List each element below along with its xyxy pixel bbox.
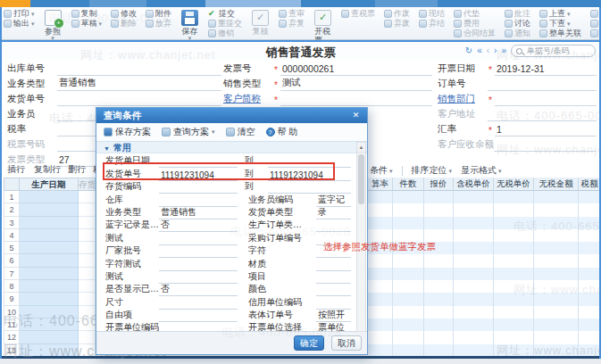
prev-record-icon[interactable]: ‹ bbox=[487, 46, 489, 56]
row-number[interactable]: 3 bbox=[4, 217, 20, 229]
test1-from-input[interactable] bbox=[159, 235, 238, 245]
tab-segment-active[interactable] bbox=[205, 0, 301, 7]
save-plan-button[interactable]: 保存方案 bbox=[104, 126, 151, 138]
customer-abbr-value[interactable] bbox=[280, 95, 432, 106]
grid-cell[interactable] bbox=[79, 331, 96, 343]
invoice-no-value[interactable]: 0000000261 bbox=[280, 63, 432, 76]
customer-address-value[interactable] bbox=[488, 110, 597, 121]
grid-cell[interactable] bbox=[79, 268, 96, 280]
first-record-icon[interactable]: « bbox=[477, 46, 482, 56]
advance-button[interactable]: 代垫 bbox=[452, 9, 497, 19]
customer-abbr-label[interactable]: 客户简称 bbox=[223, 93, 273, 106]
char-test-from-input[interactable] bbox=[159, 261, 238, 271]
business-type-right-input[interactable]: 蓝字记录 bbox=[316, 194, 351, 219]
review-button[interactable]: 复核 bbox=[249, 9, 271, 36]
business-type-from-input[interactable]: 普通销售 bbox=[159, 206, 238, 219]
production-date-cell[interactable] bbox=[20, 268, 79, 280]
test2-right-input[interactable] bbox=[316, 273, 351, 284]
cancel-button[interactable]: 取消 bbox=[331, 335, 362, 351]
delivery-date-from-input[interactable] bbox=[159, 157, 238, 168]
grid-cell[interactable] bbox=[79, 254, 96, 267]
cancel-settle-button[interactable]: 弃结 bbox=[417, 19, 447, 29]
production-date-cell[interactable] bbox=[20, 318, 79, 331]
delivery-no-value[interactable] bbox=[57, 95, 221, 106]
insert-row-button[interactable]: 插行 bbox=[7, 163, 25, 176]
scroll-up-icon[interactable]: ▲ bbox=[357, 143, 365, 153]
scroll-thumb[interactable] bbox=[358, 154, 364, 204]
dialog-scrollbar[interactable]: ▲ bbox=[356, 142, 366, 332]
cash-settle-button[interactable]: 现结 bbox=[417, 9, 447, 19]
column-header-6[interactable]: 税额 bbox=[579, 178, 601, 191]
dialog-titlebar[interactable]: 查询条件 ✕ bbox=[96, 108, 367, 123]
row-number[interactable]: 2 bbox=[4, 203, 20, 216]
production-date-cell[interactable] bbox=[20, 306, 79, 318]
grid-cell[interactable] bbox=[79, 191, 96, 203]
grid-cell[interactable] bbox=[79, 280, 96, 293]
production-date-cell[interactable] bbox=[20, 331, 79, 343]
print-button[interactable]: 打印▾ bbox=[2, 9, 37, 19]
display-format-menu[interactable]: 显示格式▾ bbox=[461, 164, 502, 177]
copy-row-button[interactable]: 复制行 bbox=[34, 163, 61, 176]
issue-tax-invoice-button[interactable]: 开税票 bbox=[312, 9, 334, 45]
notify-button[interactable]: 通知 bbox=[503, 29, 532, 38]
warehouse-from-input[interactable] bbox=[159, 196, 238, 207]
billing-unit-right-input[interactable]: 按照开票单位 bbox=[316, 309, 351, 332]
grid-cell[interactable] bbox=[79, 217, 96, 229]
order-no-value[interactable] bbox=[488, 79, 597, 91]
attachment-button[interactable]: 附件 bbox=[144, 9, 173, 19]
char-test-right-input[interactable] bbox=[316, 261, 351, 271]
grid-cell[interactable] bbox=[79, 318, 96, 331]
grid-cell[interactable] bbox=[79, 203, 96, 216]
expense-button[interactable]: 费用 bbox=[452, 19, 497, 29]
revoke-button[interactable]: 撤销 bbox=[206, 29, 244, 38]
row-number[interactable]: 5 bbox=[4, 242, 20, 254]
grid-cell[interactable] bbox=[79, 242, 96, 254]
row-number[interactable]: 1 bbox=[4, 191, 20, 203]
discuss-button[interactable]: 讨论 bbox=[503, 19, 532, 29]
delivery-no-to-input[interactable]: 11191231094 bbox=[268, 170, 351, 181]
delivery-date-to-input[interactable] bbox=[268, 157, 351, 168]
help-button[interactable]: ?帮 助 bbox=[266, 126, 298, 138]
size-right-input[interactable] bbox=[316, 299, 351, 310]
blue-record-right-input[interactable] bbox=[316, 221, 351, 232]
business-type-value[interactable]: 普通销售 bbox=[57, 77, 221, 91]
outbound-no-value[interactable] bbox=[57, 64, 221, 76]
exchange-rate-value[interactable]: 1 bbox=[495, 124, 597, 136]
submit-button[interactable]: ✔提交 bbox=[206, 9, 244, 19]
row-number[interactable]: 9 bbox=[4, 293, 20, 305]
search-input[interactable] bbox=[525, 46, 589, 56]
ok-button[interactable]: 确定 bbox=[294, 335, 324, 351]
grid-body-right[interactable] bbox=[368, 191, 601, 357]
sort-locate-menu[interactable]: 排序定位▾ bbox=[412, 164, 453, 177]
document-search-box[interactable] bbox=[511, 45, 596, 57]
production-date-cell[interactable] bbox=[20, 203, 79, 216]
last-record-icon[interactable]: » bbox=[501, 46, 506, 56]
blue-record-from-input[interactable]: 否 bbox=[159, 219, 238, 232]
discard-button[interactable]: 放弃 bbox=[144, 19, 173, 29]
sales-type-value[interactable]: 测试 bbox=[280, 77, 432, 91]
inventory-code-from-input[interactable] bbox=[159, 183, 238, 194]
row-number[interactable]: 12 bbox=[4, 331, 20, 343]
grid-cell[interactable] bbox=[79, 229, 96, 242]
show-flag-right-input[interactable] bbox=[316, 285, 351, 296]
row-number[interactable]: 11 bbox=[4, 318, 20, 331]
production-date-cell[interactable] bbox=[20, 242, 79, 254]
sales-dept-label[interactable]: 销售部门 bbox=[438, 93, 488, 106]
column-header-1[interactable]: 件数 bbox=[393, 178, 424, 191]
column-header-2[interactable]: 报价 bbox=[424, 178, 454, 191]
tab-segment[interactable] bbox=[89, 0, 146, 7]
production-date-cell[interactable] bbox=[20, 217, 79, 229]
show-flag-from-input[interactable]: 否 bbox=[159, 283, 238, 296]
row-number[interactable]: 4 bbox=[4, 229, 20, 242]
grid-cell[interactable] bbox=[79, 306, 96, 318]
void-button[interactable]: 作废 bbox=[382, 9, 412, 19]
clear-button[interactable]: 清空 bbox=[226, 126, 255, 138]
grid-cell[interactable] bbox=[79, 293, 96, 305]
tab-segment-orange[interactable] bbox=[0, 0, 30, 7]
column-header-production-date[interactable]: 生产日期 bbox=[20, 178, 79, 191]
row-number[interactable]: 13 bbox=[4, 344, 20, 357]
save-button[interactable]: 保存▾ bbox=[179, 9, 201, 41]
reference-button[interactable]: 参照▾ bbox=[42, 9, 64, 41]
sales-dept-value[interactable] bbox=[495, 95, 597, 106]
annotate-button[interactable]: 批注 bbox=[503, 9, 532, 19]
